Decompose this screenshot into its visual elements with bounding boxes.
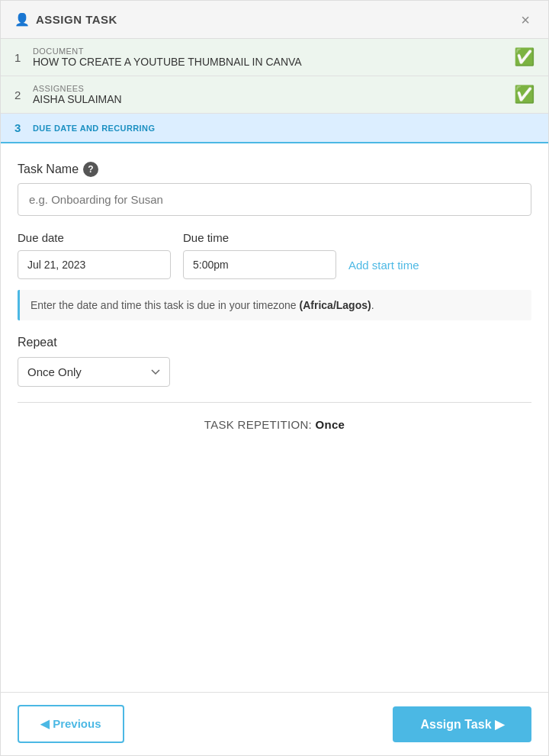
- check-icon-2: ✅: [514, 85, 535, 105]
- header-left: 👤 ASSIGN TASK: [14, 12, 117, 27]
- task-repetition-value: Once: [315, 418, 345, 431]
- add-start-time-link[interactable]: Add start time: [348, 259, 419, 279]
- due-time-label: Due time: [183, 231, 336, 244]
- due-date-group: Due date: [18, 231, 171, 279]
- check-icon-1: ✅: [514, 47, 535, 67]
- step-info-1: DOCUMENTHOW TO CREATE A YOUTUBE THUMBNAI…: [33, 47, 514, 68]
- step-row-3: 3DUE DATE AND RECURRING: [1, 114, 548, 143]
- repeat-group: Repeat Once OnlyDailyWeeklyMonthlyYearly: [18, 336, 531, 387]
- modal-header: 👤 ASSIGN TASK ×: [1, 1, 548, 39]
- modal-footer: ◀ Previous Assign Task ▶: [1, 692, 548, 755]
- assign-task-button[interactable]: Assign Task ▶: [393, 706, 531, 742]
- steps-container: 1DOCUMENTHOW TO CREATE A YOUTUBE THUMBNA…: [1, 39, 548, 143]
- divider: [18, 402, 531, 403]
- info-timezone: (Africa/Lagos): [300, 299, 371, 311]
- task-name-group: Task Name ?: [18, 162, 531, 216]
- close-button[interactable]: ×: [516, 11, 535, 29]
- step-row-2: 2ASSIGNEESAISHA SULAIMAN✅: [1, 76, 548, 114]
- modal-title: ASSIGN TASK: [36, 13, 117, 26]
- step-value-1: HOW TO CREATE A YOUTUBE THUMBNAIL IN CAN…: [33, 56, 514, 68]
- modal-body: Task Name ? Due date Due time Add start …: [1, 143, 548, 692]
- due-datetime-row: Due date Due time Add start time: [18, 231, 531, 279]
- task-repetition: TASK REPETITION: Once: [18, 418, 531, 431]
- step-label-2: ASSIGNEES: [33, 84, 514, 93]
- due-date-input[interactable]: [18, 250, 171, 279]
- info-end: .: [371, 299, 374, 311]
- step-row-1: 1DOCUMENTHOW TO CREATE A YOUTUBE THUMBNA…: [1, 39, 548, 76]
- step-number-2: 2: [14, 88, 33, 101]
- task-name-label: Task Name ?: [18, 162, 531, 177]
- due-time-input[interactable]: [183, 250, 336, 279]
- repeat-label: Repeat: [18, 336, 531, 349]
- step-info-3: DUE DATE AND RECURRING: [33, 124, 535, 133]
- step-number-1: 1: [14, 51, 33, 64]
- repeat-select[interactable]: Once OnlyDailyWeeklyMonthlyYearly: [18, 357, 170, 387]
- due-date-label: Due date: [18, 231, 171, 244]
- previous-button[interactable]: ◀ Previous: [18, 705, 124, 743]
- info-text: Enter the date and time this task is due…: [30, 299, 300, 311]
- help-icon[interactable]: ?: [83, 162, 98, 177]
- step-info-2: ASSIGNEESAISHA SULAIMAN: [33, 84, 514, 105]
- task-repetition-prefix: TASK REPETITION:: [204, 418, 316, 431]
- info-box: Enter the date and time this task is due…: [18, 290, 531, 320]
- due-time-group: Due time: [183, 231, 336, 279]
- step-label-1: DOCUMENT: [33, 47, 514, 56]
- assign-task-modal: 👤 ASSIGN TASK × 1DOCUMENTHOW TO CREATE A…: [0, 0, 549, 756]
- step-value-2: AISHA SULAIMAN: [33, 93, 514, 105]
- assign-label: Assign Task ▶: [420, 717, 504, 732]
- previous-label: ◀ Previous: [40, 717, 101, 731]
- task-name-input[interactable]: [18, 183, 531, 216]
- step-label-3: DUE DATE AND RECURRING: [33, 124, 535, 133]
- step-number-3: 3: [14, 121, 33, 134]
- person-icon: 👤: [14, 12, 30, 27]
